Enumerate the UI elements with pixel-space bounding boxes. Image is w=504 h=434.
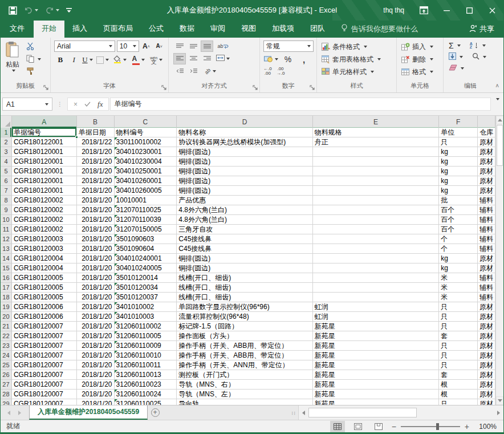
- minimize-button[interactable]: [435, 0, 458, 21]
- close-button[interactable]: [481, 0, 503, 21]
- cell-C24[interactable]: 312060110010: [115, 351, 177, 360]
- cell-B11[interactable]: 2018/1/20: [77, 225, 115, 234]
- cell-C18[interactable]: 35010120037: [115, 293, 177, 302]
- cell-E12[interactable]: [313, 234, 439, 244]
- row-header-7[interactable]: 7: [1, 186, 12, 196]
- row-header-12[interactable]: 12: [1, 234, 12, 244]
- column-header-D[interactable]: D: [177, 116, 312, 128]
- font-size-select[interactable]: 10: [117, 40, 139, 52]
- orientation-button[interactable]: ab: [201, 66, 220, 77]
- cell-B3[interactable]: 2018/1/20: [77, 147, 115, 157]
- cell-G25[interactable]: 原材: [478, 360, 495, 370]
- cell-F19[interactable]: 只: [439, 302, 478, 312]
- borders-button[interactable]: [95, 54, 111, 66]
- cell-A9[interactable]: CGR180120002: [12, 205, 77, 215]
- cell-D26[interactable]: 测控板（开门式）: [177, 370, 312, 380]
- autosum-button[interactable]: Σ: [447, 40, 462, 51]
- cell-G27[interactable]: 原材: [478, 380, 495, 390]
- cell-G19[interactable]: 原材: [478, 302, 495, 312]
- tab-开始[interactable]: 开始: [34, 20, 64, 38]
- cell-E15[interactable]: [313, 263, 439, 273]
- zoom-slider-thumb[interactable]: [436, 423, 439, 430]
- accounting-format-button[interactable]: [263, 54, 278, 65]
- increase-font-size-button[interactable]: A˄: [141, 40, 152, 52]
- increase-decimal-button[interactable]: ←.0.00: [263, 67, 272, 76]
- cell-F17[interactable]: 米: [439, 283, 478, 293]
- cell-E21[interactable]: 新苑星: [313, 322, 439, 331]
- cell-F2[interactable]: 只: [439, 137, 478, 147]
- cancel-entry-icon[interactable]: ×: [74, 100, 78, 108]
- cell-D19[interactable]: 单回路数字显示控制仪(96*96): [177, 302, 312, 312]
- row-header-28[interactable]: 28: [1, 390, 12, 399]
- cell-E19[interactable]: 虹润: [313, 302, 439, 312]
- cell-G7[interactable]: 原材: [478, 186, 495, 196]
- merge-dropdown-icon[interactable]: [226, 58, 230, 60]
- vertical-scroll-track[interactable]: [496, 167, 503, 396]
- tab-视图[interactable]: 视图: [233, 20, 264, 38]
- cell-G22[interactable]: 原材: [478, 331, 495, 341]
- find-select-button[interactable]: [470, 52, 488, 62]
- cell-B8[interactable]: 2018/1/20: [77, 196, 115, 205]
- cell-C23[interactable]: 312060110009: [115, 341, 177, 351]
- fill-color-button[interactable]: [112, 54, 129, 66]
- horizontal-scrollbar[interactable]: [298, 405, 503, 420]
- row-header-18[interactable]: 18: [1, 293, 12, 302]
- cell-D14[interactable]: 铜排(圆边): [177, 254, 312, 263]
- zoom-in-button[interactable]: +: [465, 422, 469, 431]
- cell-A19[interactable]: CGR180120006: [12, 302, 77, 312]
- row-header-17[interactable]: 17: [1, 283, 12, 293]
- cell-G14[interactable]: 原材: [478, 254, 495, 263]
- cell-G6[interactable]: 原材: [478, 176, 495, 186]
- cell-G4[interactable]: 原材: [478, 157, 495, 167]
- row-header-2[interactable]: 2: [1, 137, 12, 147]
- copy-dropdown-icon[interactable]: [38, 58, 41, 60]
- cell-A27[interactable]: CGR180120007: [12, 380, 77, 390]
- tab-文件[interactable]: 文件: [1, 20, 34, 38]
- cell-C22[interactable]: 312060110005: [115, 331, 177, 341]
- cell-E11[interactable]: [313, 225, 439, 234]
- decrease-font-size-button[interactable]: A˅: [153, 40, 165, 52]
- copy-button[interactable]: [25, 54, 43, 64]
- cell-B6[interactable]: 2018/1/20: [77, 176, 115, 186]
- row-header-3[interactable]: 3: [1, 147, 12, 157]
- cell-C27[interactable]: 312060110023: [115, 380, 177, 390]
- bold-button[interactable]: B: [54, 54, 67, 66]
- expand-formula-bar-button[interactable]: [491, 100, 503, 108]
- save-button[interactable]: [6, 5, 19, 17]
- cell-B12[interactable]: 2018/1/20: [77, 234, 115, 244]
- cell-A29[interactable]: CGR180120007: [12, 399, 77, 405]
- cell-F18[interactable]: 米: [439, 293, 478, 302]
- percent-style-button[interactable]: %: [282, 54, 294, 65]
- format-as-table-button[interactable]: 套用表格格式: [319, 53, 394, 66]
- vertical-scrollbar[interactable]: [495, 116, 503, 405]
- collapse-ribbon-button[interactable]: ˄: [495, 83, 499, 89]
- horizontal-scroll-thumb[interactable]: [308, 408, 417, 417]
- cell-F24[interactable]: 只: [439, 351, 478, 360]
- cell-E27[interactable]: 新苑星: [313, 380, 439, 390]
- font-color-dropdown-icon[interactable]: [141, 59, 145, 61]
- row-header-4[interactable]: 4: [1, 157, 12, 167]
- cell-D20[interactable]: 流量积算控制仪(96*48): [177, 312, 312, 322]
- cell-A15[interactable]: CGR180120004: [12, 263, 77, 273]
- column-header-G[interactable]: [478, 116, 495, 128]
- cell-D21[interactable]: 标记牌-1.5（回路）: [177, 322, 312, 331]
- cell-A25[interactable]: CGR180120007: [12, 360, 77, 370]
- cell-A5[interactable]: CGR180120001: [12, 167, 77, 176]
- alignment-dialog-launcher[interactable]: [253, 84, 258, 90]
- align-bottom-button[interactable]: [201, 40, 213, 52]
- row-header-8[interactable]: 8: [1, 196, 12, 205]
- row-header-11[interactable]: 11: [1, 225, 12, 234]
- sheet-tab-active[interactable]: 入库单金额维护20180405o45559: [29, 405, 148, 420]
- format-cells-button[interactable]: 格式: [399, 66, 441, 78]
- next-sheet-button[interactable]: [18, 411, 21, 415]
- increase-indent-button[interactable]: [187, 66, 200, 77]
- cell-F15[interactable]: kg: [439, 263, 478, 273]
- cell-D5[interactable]: 铜排(圆边): [177, 167, 312, 176]
- cell-G13[interactable]: 辅料: [478, 244, 495, 254]
- clipboard-dialog-launcher[interactable]: [43, 84, 49, 90]
- cell-E9[interactable]: [313, 205, 439, 215]
- column-header-B[interactable]: B: [77, 116, 115, 128]
- cell-D4[interactable]: 铜排(圆边): [177, 157, 312, 167]
- column-header-A[interactable]: A: [12, 116, 77, 128]
- tab-加载项[interactable]: 加载项: [264, 20, 302, 38]
